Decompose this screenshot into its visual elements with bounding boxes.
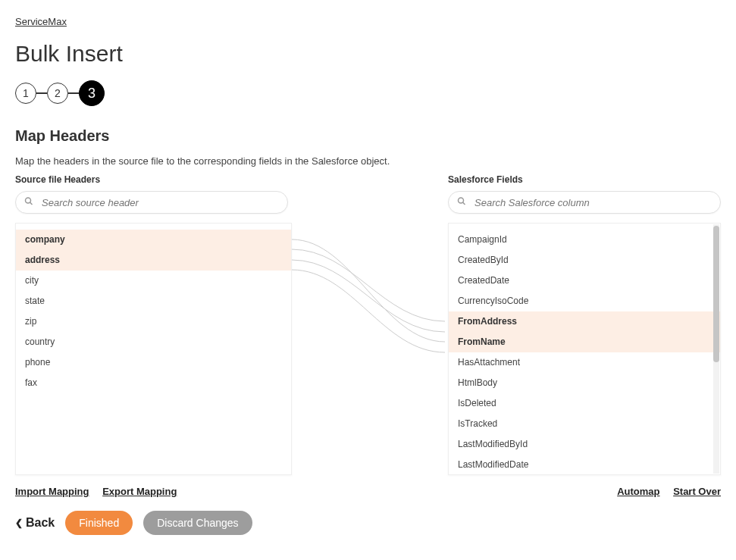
automap-link[interactable]: Automap [617,486,659,497]
list-item[interactable]: fax [16,373,291,393]
list-item[interactable]: FromName [449,332,720,352]
list-item[interactable]: address [16,250,291,271]
search-icon [457,197,466,208]
search-icon [24,197,33,208]
list-item[interactable]: zip [16,311,291,332]
list-item[interactable]: HtmlBody [449,373,720,393]
back-button[interactable]: ❮ Back [15,516,55,530]
list-item[interactable]: IsTracked [449,414,720,434]
list-item[interactable]: FromAddress [449,311,720,332]
svg-point-0 [26,198,31,203]
svg-line-1 [30,202,33,205]
salesforce-fields-list: CampaignId CreatedById CreatedDate Curre… [448,223,721,475]
step-connector [36,92,47,94]
mapping-connectors [292,223,443,475]
list-item[interactable]: company [16,230,291,250]
list-item[interactable]: country [16,332,291,352]
source-headers-label: Source file Headers [15,174,288,185]
step-1[interactable]: 1 [15,83,36,104]
list-item[interactable]: CreatedDate [449,271,720,291]
list-item[interactable]: LastModifiedById [449,434,720,455]
step-indicator: 1 2 3 [15,80,721,106]
discard-button[interactable]: Discard Changes [143,511,252,535]
search-source-input[interactable] [15,191,288,214]
list-item[interactable]: phone [16,352,291,373]
export-mapping-link[interactable]: Export Mapping [102,486,177,497]
svg-point-2 [459,198,464,203]
list-item[interactable]: LastModifiedDate [449,455,720,475]
chevron-left-icon: ❮ [15,518,23,528]
finished-button[interactable]: Finished [65,511,133,535]
back-label: Back [26,516,55,530]
step-2[interactable]: 2 [47,83,68,104]
list-item[interactable]: HasAttachment [449,352,720,373]
scrollbar-thumb[interactable] [713,226,719,362]
list-item[interactable]: city [16,271,291,291]
scrollbar-track[interactable] [713,224,719,474]
list-item[interactable]: state [16,291,291,311]
list-item[interactable]: CurrencyIsoCode [449,291,720,311]
source-headers-list: company address city state zip country p… [15,223,292,475]
page-title: Bulk Insert [15,41,721,67]
startover-link[interactable]: Start Over [673,486,721,497]
list-item[interactable]: CreatedById [449,250,720,271]
breadcrumb[interactable]: ServiceMax [15,16,67,27]
list-item[interactable]: CampaignId [449,230,720,250]
section-desc: Map the headers in the source file to th… [15,155,721,167]
svg-line-3 [463,202,465,205]
salesforce-fields-label: Salesforce Fields [448,174,721,185]
step-3[interactable]: 3 [79,80,105,106]
step-connector [68,92,79,94]
list-item[interactable]: IsDeleted [449,393,720,414]
import-mapping-link[interactable]: Import Mapping [15,486,89,497]
search-salesforce-input[interactable] [448,191,721,214]
section-title: Map Headers [15,127,721,145]
